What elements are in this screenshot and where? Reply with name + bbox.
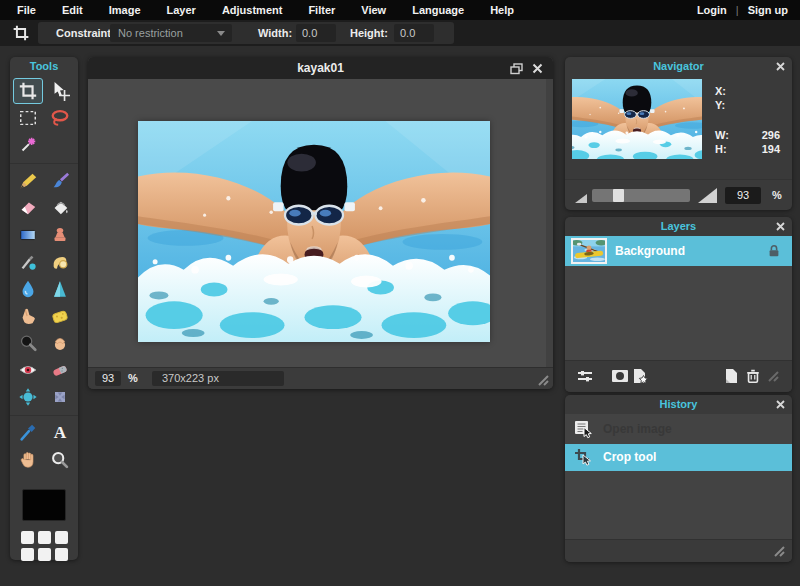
sharpen-icon xyxy=(50,279,70,299)
tool-bloat-button[interactable] xyxy=(13,384,43,410)
crop-icon xyxy=(574,448,593,467)
new-layer-button[interactable] xyxy=(723,368,739,384)
dodge-icon xyxy=(18,333,38,353)
x-label: X: xyxy=(715,85,726,97)
zoom-out-triangle-icon[interactable] xyxy=(575,194,587,203)
constraint-label: Constraint: xyxy=(56,22,115,44)
heal-icon xyxy=(50,360,70,380)
tool-type-button[interactable]: A xyxy=(45,420,75,446)
navigator-title: Navigator xyxy=(565,57,792,76)
window-restore-button[interactable] xyxy=(510,63,523,75)
menu-edit[interactable]: Edit xyxy=(49,0,96,20)
tool-pinch-button[interactable] xyxy=(45,384,75,410)
zoom-slider[interactable] xyxy=(592,189,690,202)
window-resize-grip[interactable] xyxy=(538,375,549,386)
menu-view[interactable]: View xyxy=(348,0,399,20)
lock-icon[interactable] xyxy=(767,243,781,259)
history-item-open-image[interactable]: Open image xyxy=(565,416,792,443)
history-title: History xyxy=(565,395,792,414)
layer-style-button[interactable] xyxy=(631,368,649,384)
add-layer-mask-button[interactable] xyxy=(611,368,629,384)
tool-heal-button[interactable] xyxy=(45,357,75,383)
preset-square[interactable] xyxy=(21,548,34,561)
tool-picker-button[interactable] xyxy=(13,420,43,446)
preset-square[interactable] xyxy=(55,548,68,561)
history-panel: History Open image Crop tool xyxy=(565,395,792,562)
tool-lasso-button[interactable] xyxy=(45,105,75,131)
signup-link[interactable]: Sign up xyxy=(748,4,788,16)
type-icon: A xyxy=(50,423,70,443)
zoom-slider-handle[interactable] xyxy=(613,189,624,202)
navigator-zoom-value-box[interactable]: 93 xyxy=(725,187,761,204)
tool-dodge-button[interactable] xyxy=(13,330,43,356)
brush-icon xyxy=(50,171,70,191)
menu-language[interactable]: Language xyxy=(399,0,477,20)
width-field[interactable]: 0.0 xyxy=(296,24,336,42)
percent-label: % xyxy=(128,371,138,386)
tool-wand-button[interactable] xyxy=(13,132,43,158)
tool-gradient-button[interactable] xyxy=(13,222,43,248)
preset-square[interactable] xyxy=(38,531,51,544)
zoom-level-box[interactable]: 93 xyxy=(95,371,121,386)
preset-square[interactable] xyxy=(38,548,51,561)
tool-crop-button[interactable] xyxy=(13,78,43,104)
tool-zoom-button[interactable] xyxy=(45,447,75,473)
constraint-dropdown[interactable]: No restriction xyxy=(110,24,232,42)
foreground-color-swatch[interactable] xyxy=(22,489,66,521)
navigator-close-button[interactable] xyxy=(776,62,785,71)
menu-layer[interactable]: Layer xyxy=(154,0,209,20)
tool-draw-button[interactable] xyxy=(45,249,75,275)
layer-settings-button[interactable] xyxy=(576,368,594,384)
menu-adjustment[interactable]: Adjustment xyxy=(209,0,296,20)
tool-brush-button[interactable] xyxy=(45,168,75,194)
layer-settings-icon xyxy=(576,368,594,384)
menu-help[interactable]: Help xyxy=(477,0,527,20)
tool-burn-button[interactable] xyxy=(45,330,75,356)
document-canvas[interactable] xyxy=(88,79,553,368)
layers-close-button[interactable] xyxy=(776,222,785,231)
layer-thumbnail[interactable] xyxy=(571,238,607,264)
menu-file[interactable]: File xyxy=(4,0,49,20)
tool-smudge-button[interactable] xyxy=(13,303,43,329)
pencil-icon xyxy=(18,171,38,191)
tool-move-button[interactable] xyxy=(45,78,75,104)
tool-sponge-button[interactable] xyxy=(45,303,75,329)
tool-clone-button[interactable] xyxy=(45,222,75,248)
tool-eraser-button[interactable] xyxy=(13,195,43,221)
layers-toolbar xyxy=(565,360,792,392)
y-label: Y: xyxy=(715,99,725,111)
delete-layer-button[interactable] xyxy=(745,368,761,384)
history-close-button[interactable] xyxy=(776,400,785,409)
history-item-crop-tool[interactable]: Crop tool xyxy=(565,444,792,471)
document-window: kayak01 93 % 370x223 px xyxy=(88,57,553,389)
tool-bucket-button[interactable] xyxy=(45,195,75,221)
tool-blur-button[interactable] xyxy=(13,276,43,302)
zoom-in-triangle-icon[interactable] xyxy=(698,188,717,203)
tool-hand-button[interactable] xyxy=(13,447,43,473)
preset-square[interactable] xyxy=(21,531,34,544)
tool-pencil-button[interactable] xyxy=(13,168,43,194)
window-close-button[interactable] xyxy=(532,63,543,74)
restore-icon xyxy=(510,63,523,75)
tool-marquee-button[interactable] xyxy=(13,105,43,131)
tool-red-eye-button[interactable] xyxy=(13,357,43,383)
preset-square[interactable] xyxy=(55,531,68,544)
history-resize-grip[interactable] xyxy=(774,546,785,557)
menu-image[interactable]: Image xyxy=(96,0,154,20)
tool-sharpen-button[interactable] xyxy=(45,276,75,302)
tools-panel: Tools A xyxy=(10,57,78,560)
document-title-bar[interactable]: kayak01 xyxy=(88,57,553,79)
height-field[interactable]: 0.0 xyxy=(394,24,434,42)
w-label: W: xyxy=(715,129,729,141)
navigator-percent-label: % xyxy=(772,189,782,201)
layers-resize-grip[interactable] xyxy=(768,371,779,382)
navigator-thumbnail[interactable] xyxy=(572,79,702,159)
picker-icon xyxy=(18,423,38,443)
resize-grip-icon xyxy=(538,375,549,386)
layer-row-background[interactable]: Background xyxy=(565,236,792,266)
tool-color-replace-button[interactable] xyxy=(13,249,43,275)
login-link[interactable]: Login xyxy=(697,4,727,16)
canvas-image-swimmer[interactable] xyxy=(138,121,490,342)
new-layer-icon xyxy=(723,368,739,384)
menu-filter[interactable]: Filter xyxy=(295,0,348,20)
